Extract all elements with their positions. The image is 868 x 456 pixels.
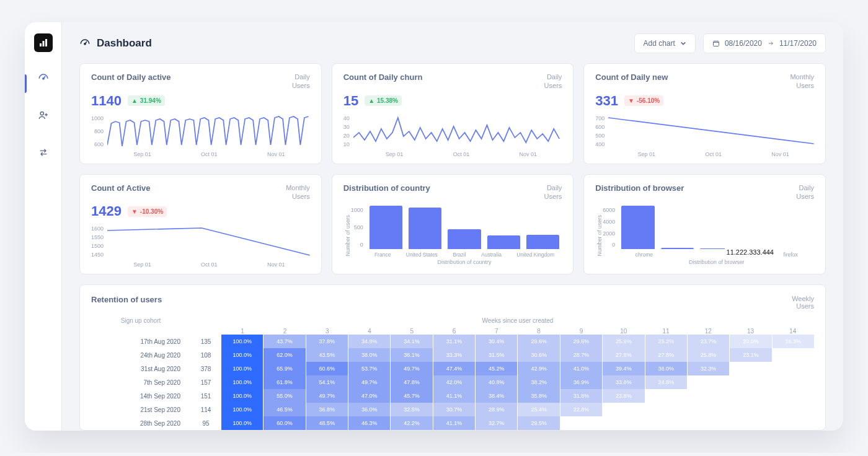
retention-cell: 42.9%: [518, 362, 559, 375]
svg-rect-6: [713, 42, 719, 46]
week-col-header: 14: [772, 328, 814, 335]
gauge-icon: [38, 72, 49, 84]
week-col-header: 7: [476, 328, 518, 335]
retention-cell: 47.0%: [348, 389, 390, 403]
retention-cell: 41.1%: [433, 389, 475, 403]
metric-value: 1140: [91, 93, 122, 109]
retention-cell: 60.6%: [306, 362, 348, 375]
cohort-date: 28th Sep 2020: [91, 420, 190, 427]
y-axis: 1000800600: [91, 114, 107, 149]
retention-cell: 23.8%: [603, 389, 644, 403]
cohort-date: 7th Sep 2020: [91, 379, 190, 386]
metric-delta: ▼-10.30%: [128, 206, 167, 217]
y-axis-label: Number of users: [343, 215, 351, 256]
retention-cell: 100.0%: [221, 348, 263, 362]
x-axis: FranceUnited StatesBrazilAustraliaUnited…: [367, 252, 562, 258]
retention-cell: 34.8%: [348, 335, 390, 348]
line-chart: [107, 224, 310, 259]
metric-period: MonthlyUsers: [790, 72, 814, 90]
retention-cell: 60.0%: [264, 416, 305, 430]
metric-title: Count of Daily new: [595, 72, 668, 82]
retention-cell: 53.7%: [348, 362, 390, 375]
retention-cell: 22.8%: [560, 403, 602, 416]
metric-title: Count of Active: [91, 183, 151, 193]
retention-row: 31st Aug 2020 378 100.0%65.9%60.6%53.7%4…: [91, 362, 814, 375]
sidebar-item-analytics[interactable]: [34, 33, 53, 52]
sidebar-item-dashboard[interactable]: [32, 67, 55, 89]
retention-cell: 38.0%: [348, 348, 390, 362]
x-axis-label: Distribution of browser: [619, 259, 814, 265]
retention-cell: 29.6%: [518, 335, 559, 348]
retention-cell: 45.7%: [391, 389, 432, 403]
svg-point-4: [40, 112, 43, 115]
retention-cell: 29.6%: [560, 335, 602, 348]
metric-period: DailyUsers: [796, 183, 814, 201]
retention-cell: 46.5%: [264, 403, 305, 416]
x-axis: Sep 01Oct 01Nov 01: [91, 151, 310, 157]
retention-cell: 65.9%: [264, 362, 305, 375]
retention-cell: 33.8%: [603, 375, 644, 389]
retention-cell: 55.0%: [264, 389, 305, 403]
retention-cell: 42.0%: [433, 375, 475, 389]
retention-cell: 41.0%: [560, 362, 602, 375]
retention-cell: 32.3%: [688, 362, 729, 375]
retention-row: 28th Sep 2020 95 100.0%60.0%48.5%46.3%42…: [91, 416, 814, 430]
week-col-header: 6: [433, 328, 475, 335]
retention-row: 14th Sep 2020 151 100.0%55.0%49.7%47.0%4…: [91, 389, 814, 403]
metric-period: DailyUsers: [292, 72, 310, 90]
y-axis: 6000400020000: [603, 206, 619, 249]
retention-cell: 49.7%: [306, 389, 348, 403]
retention-cell: 28.9%: [476, 403, 517, 416]
sidebar-item-users[interactable]: [32, 104, 55, 126]
retention-cell: 28.7%: [560, 348, 602, 362]
metric-value: 331: [595, 93, 618, 109]
calendar-icon: [712, 40, 720, 47]
cohort-date: 17th Aug 2020: [91, 338, 190, 345]
retention-cell: 29.5%: [518, 416, 559, 430]
bar: [448, 229, 480, 249]
date-from: 08/16/2020: [725, 39, 762, 48]
retention-cell: 100.0%: [221, 389, 263, 403]
retention-cell: 100.0%: [221, 375, 263, 389]
metric-period: MonthlyUsers: [286, 183, 310, 201]
bar-chart-icon: [38, 38, 48, 48]
cohort-count: 95: [190, 420, 221, 427]
retention-cell: 42.2%: [391, 416, 432, 430]
retention-week-labels: 1234567891011121314: [91, 328, 814, 335]
add-chart-label: Add chart: [644, 39, 675, 48]
metric-delta: ▲31.94%: [128, 95, 165, 106]
week-col-header: 3: [306, 328, 348, 335]
metric-card: Count of Daily churn DailyUsers 15 ▲15.3…: [332, 63, 574, 164]
arrow-up-icon: ▲: [368, 97, 374, 104]
svg-rect-2: [45, 39, 47, 46]
metric-card: Count of Active MonthlyUsers 1429 ▼-10.3…: [79, 174, 322, 275]
retention-cell: 36.1%: [391, 348, 432, 362]
page-title-wrap: Dashboard: [79, 37, 152, 50]
bar: [526, 235, 559, 249]
retention-cell: 38.4%: [476, 389, 517, 403]
date-range-picker[interactable]: 08/16/2020 11/17/2020: [703, 33, 826, 53]
retention-cell: 36.0%: [645, 362, 687, 375]
metric-period: DailyUsers: [544, 72, 562, 90]
cards-grid: Count of Daily active DailyUsers 1140 ▲3…: [79, 63, 826, 274]
retention-cell: 23.7%: [688, 335, 729, 348]
retention-cell: 43.7%: [264, 335, 305, 348]
sidebar-item-transfers[interactable]: [32, 141, 55, 164]
retention-cell: 40.8%: [476, 375, 517, 389]
retention-cell: 38.2%: [518, 375, 559, 389]
retention-cell: 100.0%: [221, 416, 263, 430]
transfer-icon: [38, 147, 48, 157]
retention-cell: 23.1%: [730, 348, 771, 362]
retention-row: 7th Sep 2020 157 100.0%61.8%54.1%49.7%47…: [91, 375, 814, 389]
metric-card: Distribution of browser DailyUsers Numbe…: [583, 174, 826, 275]
arrow-down-icon: ▼: [131, 208, 138, 215]
retention-cell: 49.7%: [348, 375, 390, 389]
add-chart-button[interactable]: Add chart: [634, 33, 696, 53]
cohort-date: 14th Sep 2020: [91, 393, 190, 400]
page-title: Dashboard: [97, 37, 152, 50]
retention-cell: 43.5%: [306, 348, 348, 362]
retention-cell: 33.3%: [433, 348, 475, 362]
retention-cell: 30.4%: [476, 335, 517, 348]
retention-card: Retention of users Weekly Users Sign up …: [79, 284, 826, 431]
week-col-header: 1: [221, 328, 264, 335]
